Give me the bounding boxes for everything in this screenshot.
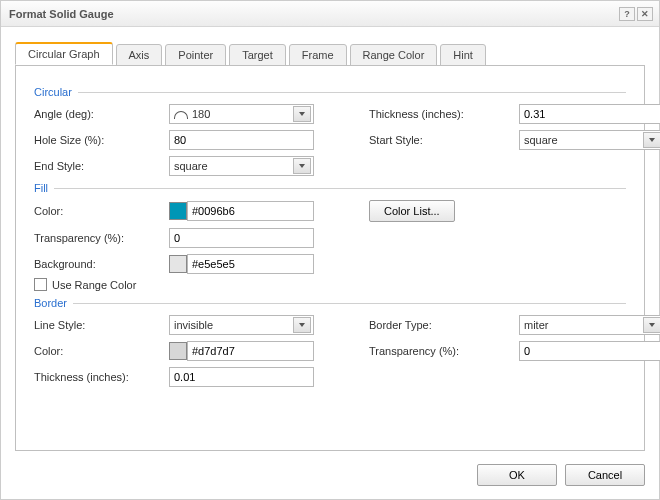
fill-background-swatch[interactable] — [169, 255, 187, 273]
divider — [54, 188, 626, 189]
tab-range-color[interactable]: Range Color — [350, 44, 438, 66]
divider — [78, 92, 626, 93]
chevron-down-icon — [293, 158, 311, 174]
border-type-value: miter — [524, 319, 643, 331]
border-line-style-label: Line Style: — [34, 319, 169, 331]
chevron-down-icon — [643, 317, 660, 333]
tab-pointer[interactable]: Pointer — [165, 44, 226, 66]
thickness-input[interactable] — [519, 104, 660, 124]
border-thickness-label: Thickness (inches): — [34, 371, 169, 383]
tab-frame[interactable]: Frame — [289, 44, 347, 66]
border-type-label: Border Type: — [369, 319, 519, 331]
fill-color-swatch[interactable] — [169, 202, 187, 220]
section-border-label: Border — [34, 297, 67, 309]
section-circular: Circular — [34, 86, 626, 98]
section-fill-label: Fill — [34, 182, 48, 194]
tabstrip: Circular Graph Axis Pointer Target Frame… — [15, 41, 645, 65]
start-style-value: square — [524, 134, 643, 146]
section-border: Border — [34, 297, 626, 309]
use-range-color-checkbox[interactable] — [34, 278, 47, 291]
border-color-swatch[interactable] — [169, 342, 187, 360]
angle-label: Angle (deg): — [34, 108, 169, 120]
start-style-label: Start Style: — [369, 134, 519, 146]
end-style-value: square — [174, 160, 293, 172]
divider — [73, 303, 626, 304]
hole-size-input[interactable] — [169, 130, 314, 150]
chevron-down-icon — [293, 106, 311, 122]
titlebar: Format Solid Gauge ? ✕ — [1, 1, 659, 27]
tab-axis[interactable]: Axis — [116, 44, 163, 66]
tab-panel-circular-graph: Circular Angle (deg): 180 Thickness (inc… — [15, 65, 645, 451]
fill-color-label: Color: — [34, 205, 169, 217]
hole-size-label: Hole Size (%): — [34, 134, 169, 146]
thickness-label: Thickness (inches): — [369, 108, 519, 120]
border-color-label: Color: — [34, 345, 169, 357]
color-list-button[interactable]: Color List... — [369, 200, 455, 222]
border-thickness-input[interactable] — [169, 367, 314, 387]
fill-background-input[interactable] — [187, 254, 314, 274]
tab-circular-graph[interactable]: Circular Graph — [15, 42, 113, 65]
dialog-content: Circular Graph Axis Pointer Target Frame… — [1, 27, 659, 451]
border-transparency-label: Transparency (%): — [369, 345, 519, 357]
ok-button[interactable]: OK — [477, 464, 557, 486]
cancel-button[interactable]: Cancel — [565, 464, 645, 486]
format-solid-gauge-dialog: Format Solid Gauge ? ✕ Circular Graph Ax… — [0, 0, 660, 500]
dialog-footer: OK Cancel — [1, 451, 659, 499]
circular-grid: Angle (deg): 180 Thickness (inches): Hol… — [34, 104, 626, 176]
fill-background-label: Background: — [34, 258, 169, 270]
tab-target[interactable]: Target — [229, 44, 286, 66]
fill-transparency-input[interactable] — [169, 228, 314, 248]
arc-icon — [174, 111, 188, 119]
angle-value: 180 — [192, 108, 293, 120]
dialog-title: Format Solid Gauge — [9, 8, 617, 20]
tab-hint[interactable]: Hint — [440, 44, 486, 66]
use-range-color-label: Use Range Color — [52, 279, 136, 291]
start-style-combo[interactable]: square — [519, 130, 660, 150]
section-fill: Fill — [34, 182, 626, 194]
help-button[interactable]: ? — [619, 7, 635, 21]
fill-grid: Color: Color List... Transparency (%): B… — [34, 200, 626, 274]
end-style-label: End Style: — [34, 160, 169, 172]
border-line-style-combo[interactable]: invisible — [169, 315, 314, 335]
end-style-combo[interactable]: square — [169, 156, 314, 176]
chevron-down-icon — [643, 132, 660, 148]
section-circular-label: Circular — [34, 86, 72, 98]
border-transparency-input[interactable] — [519, 341, 660, 361]
border-type-combo[interactable]: miter — [519, 315, 660, 335]
close-button[interactable]: ✕ — [637, 7, 653, 21]
use-range-color-row: Use Range Color — [34, 278, 626, 291]
fill-color-input[interactable] — [187, 201, 314, 221]
chevron-down-icon — [293, 317, 311, 333]
border-line-style-value: invisible — [174, 319, 293, 331]
fill-transparency-label: Transparency (%): — [34, 232, 169, 244]
border-grid: Line Style: invisible Border Type: miter — [34, 315, 626, 387]
border-color-input[interactable] — [187, 341, 314, 361]
angle-combo[interactable]: 180 — [169, 104, 314, 124]
